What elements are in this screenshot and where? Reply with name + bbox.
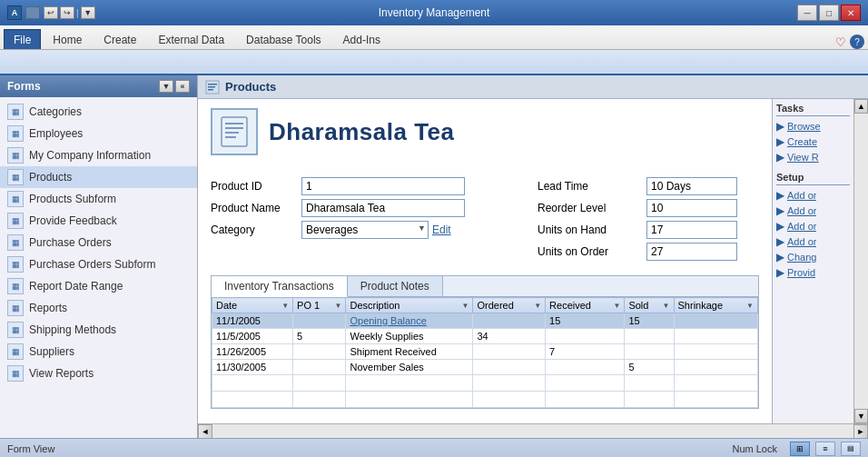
tab-container: Inventory Transactions Product Notes Dat… [211, 275, 759, 409]
sidebar-icon-products-subform: ▦ [7, 191, 24, 207]
tab-inventory-transactions[interactable]: Inventory Transactions [212, 276, 348, 297]
tab-home[interactable]: Home [43, 29, 92, 49]
bottom-scroll-track[interactable] [212, 424, 853, 438]
tab-external[interactable]: External Data [148, 29, 234, 49]
cell-shrinkage-1 [674, 313, 757, 329]
sidebar-collapse-btn[interactable]: « [175, 80, 190, 93]
tab-headers: Inventory Transactions Product Notes [212, 276, 758, 297]
window-controls: ─ □ ✕ [797, 5, 861, 21]
task-setup-2[interactable]: ▶ Add or [776, 204, 850, 217]
sidebar-item-feedback[interactable]: ▦ Provide Feedback [0, 210, 197, 232]
col-header-received[interactable]: Received▼ [546, 298, 625, 313]
sidebar-item-categories[interactable]: ▦ Categories [0, 101, 197, 123]
task-arrow-icon: ▶ [776, 220, 784, 233]
table-row[interactable]: 11/5/2005 5 Weekly Supplies 34 [212, 329, 758, 344]
maximize-btn[interactable]: □ [819, 5, 839, 21]
cell-desc-2: Weekly Supplies [346, 329, 473, 344]
product-id-input[interactable] [301, 177, 465, 195]
col-header-po[interactable]: PO 1▼ [293, 298, 346, 313]
task-setup-4-label: Add or [787, 236, 816, 247]
col-header-description[interactable]: Description▼ [346, 298, 473, 313]
sidebar-item-view-reports[interactable]: ▦ View Reports [0, 363, 197, 384]
sidebar-icon-report-date: ▦ [7, 278, 24, 294]
category-container: ▼ Edit [301, 221, 451, 239]
scroll-up-btn[interactable]: ▲ [854, 99, 868, 114]
table-row[interactable]: 11/26/2005 Shipment Received 7 [212, 344, 758, 360]
quick-save-btn[interactable] [25, 6, 40, 19]
sidebar-item-products[interactable]: ▦ Products [0, 166, 197, 188]
tasks-title: Tasks [776, 103, 850, 116]
sidebar-item-employees[interactable]: ▦ Employees [0, 123, 197, 144]
content-area: Products [198, 75, 868, 438]
tab-database[interactable]: Database Tools [236, 29, 331, 49]
lead-time-input[interactable] [646, 177, 737, 195]
units-order-label: Units on Order [538, 245, 646, 258]
category-edit-link[interactable]: Edit [432, 224, 451, 236]
bottom-scrollbar: ◄ ► [198, 423, 868, 438]
table-row[interactable]: 11/1/2005 Opening Balance 15 15 [212, 313, 758, 329]
scroll-track[interactable] [854, 114, 868, 409]
tab-create[interactable]: Create [94, 29, 146, 49]
col-header-ordered[interactable]: Ordered▼ [473, 298, 546, 313]
cell-received-4 [546, 360, 625, 375]
heart-icon[interactable]: ♡ [835, 35, 846, 49]
svg-rect-3 [208, 89, 213, 91]
sidebar-item-shipping[interactable]: ▦ Shipping Methods [0, 319, 197, 341]
reorder-level-input[interactable] [646, 199, 737, 217]
close-btn[interactable]: ✕ [841, 5, 861, 21]
cell-po-3 [293, 344, 346, 360]
sidebar-item-po-subform[interactable]: ▦ Purchase Orders Subform [0, 253, 197, 275]
task-view[interactable]: ▶ View R [776, 151, 850, 164]
scroll-right-btn[interactable]: ► [853, 424, 868, 439]
category-label: Category [211, 224, 301, 236]
view-form-btn[interactable]: ⊞ [790, 442, 810, 456]
sidebar-item-reports[interactable]: ▦ Reports [0, 297, 197, 319]
svg-rect-6 [225, 127, 243, 129]
svg-rect-1 [208, 84, 217, 85]
sidebar-item-purchase-orders[interactable]: ▦ Purchase Orders [0, 232, 197, 253]
scroll-down-btn[interactable]: ▼ [854, 409, 868, 423]
units-hand-input[interactable] [646, 221, 737, 239]
sidebar-icon-categories: ▦ [7, 104, 24, 120]
task-setup-4[interactable]: ▶ Add or [776, 235, 850, 248]
product-name-heading: Dharamsala Tea [269, 118, 455, 146]
status-bar: Form View Num Lock ⊞ ≡ ▤ [0, 438, 868, 457]
view-layout-btn[interactable]: ▤ [841, 442, 861, 456]
right-scrollbar[interactable]: ▲ ▼ [853, 99, 868, 423]
units-order-input[interactable] [646, 243, 737, 261]
sidebar-item-suppliers[interactable]: ▦ Suppliers [0, 341, 197, 363]
task-provide[interactable]: ▶ Provid [776, 266, 850, 279]
tab-file[interactable]: File [4, 29, 41, 49]
form-main-content: Dharamsala Tea Product ID Product Name [198, 99, 772, 423]
view-datasheet-btn[interactable]: ≡ [815, 442, 835, 456]
tab-content-inventory: Date▼ PO 1▼ Description▼ [212, 297, 758, 408]
sidebar-item-products-subform[interactable]: ▦ Products Subform [0, 188, 197, 210]
col-header-date[interactable]: Date▼ [212, 298, 293, 313]
task-setup-3[interactable]: ▶ Add or [776, 220, 850, 233]
table-row[interactable]: 11/30/2005 November Sales 5 [212, 360, 758, 375]
sidebar-item-company[interactable]: ▦ My Company Information [0, 144, 197, 166]
sidebar-item-report-date[interactable]: ▦ Report Date Range [0, 275, 197, 297]
redo-btn[interactable]: ↪ [60, 6, 74, 19]
tab-addins[interactable]: Add-Ins [333, 29, 390, 49]
minimize-btn[interactable]: ─ [797, 5, 817, 21]
table-head: Date▼ PO 1▼ Description▼ [212, 298, 758, 313]
sidebar-filter-btn[interactable]: ▼ [159, 80, 173, 93]
title-bar-left: A ↩ ↪ | ▼ [7, 5, 95, 20]
task-setup-1[interactable]: ▶ Add or [776, 189, 850, 202]
tab-product-notes[interactable]: Product Notes [348, 276, 443, 296]
help-btn[interactable]: ? [850, 35, 864, 49]
sidebar-icon-purchase-orders: ▦ [7, 234, 24, 251]
undo-btn[interactable]: ↩ [44, 6, 58, 19]
customize-btn[interactable]: ▼ [81, 6, 95, 19]
category-input[interactable] [301, 221, 429, 239]
task-browse[interactable]: ▶ Browse [776, 120, 850, 133]
task-change[interactable]: ▶ Chang [776, 251, 850, 263]
col-header-shrinkage[interactable]: Shrinkage▼ [674, 298, 757, 313]
task-create[interactable]: ▶ Create [776, 135, 850, 148]
scroll-left-btn[interactable]: ◄ [198, 424, 212, 439]
col-header-sold[interactable]: Sold▼ [625, 298, 674, 313]
product-name-input[interactable] [301, 199, 465, 217]
product-icon-svg [218, 115, 251, 148]
svg-rect-7 [225, 132, 239, 134]
